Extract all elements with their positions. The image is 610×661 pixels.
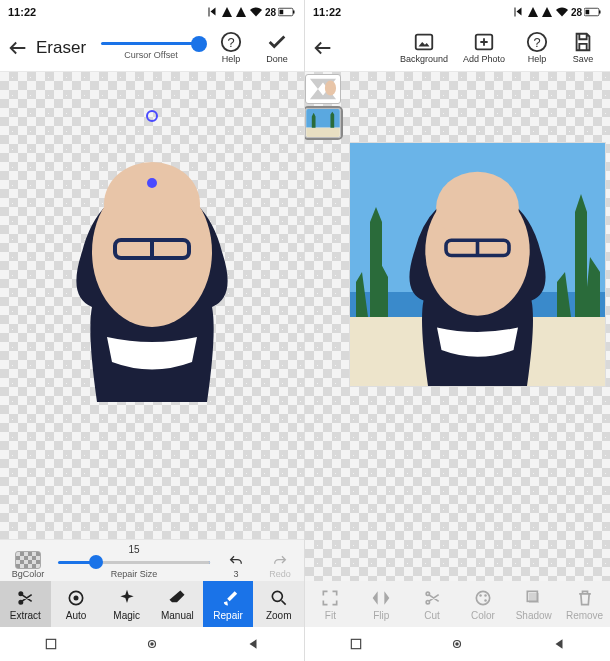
svg-point-34	[484, 594, 487, 597]
undo-icon	[227, 553, 245, 569]
done-button[interactable]: Done	[256, 31, 298, 64]
add-photo-button[interactable]: Add Photo	[456, 31, 512, 64]
brush-icon	[218, 588, 238, 608]
target-icon	[66, 588, 86, 608]
zoom-icon	[269, 588, 289, 608]
nav-back[interactable]	[550, 635, 568, 653]
back-arrow-icon[interactable]	[6, 37, 30, 59]
left-screen: 11:22 28 Eraser Cursor Offset ?	[0, 0, 305, 661]
shadow-icon	[524, 588, 544, 608]
help-icon: ?	[526, 31, 548, 53]
color-icon	[473, 588, 493, 608]
cursor-offset-ring	[146, 110, 158, 122]
nav-home[interactable]	[448, 635, 466, 653]
tab-repair[interactable]: Repair	[203, 581, 254, 627]
help-icon: ?	[220, 31, 242, 53]
trash-icon	[575, 588, 595, 608]
svg-rect-17	[586, 10, 590, 15]
status-time: 11:22	[8, 6, 36, 18]
svg-point-22	[325, 81, 336, 96]
canvas[interactable]	[0, 72, 304, 539]
tab-zoom[interactable]: Zoom	[253, 581, 304, 627]
status-bar: 11:22 28	[305, 0, 610, 24]
tab-auto[interactable]: Auto	[51, 581, 102, 627]
top-toolbar: Background Add Photo ? Help Save	[305, 24, 610, 72]
repair-size-value: 15	[128, 544, 139, 555]
nav-recents[interactable]	[42, 635, 60, 653]
layer-thumb-subject[interactable]	[305, 74, 341, 104]
tab-cut[interactable]: Cut	[407, 581, 458, 627]
svg-point-32	[476, 591, 489, 604]
nav-back[interactable]	[244, 635, 262, 653]
composite-result	[349, 142, 606, 387]
undo-button[interactable]: 3	[218, 553, 254, 579]
svg-point-14	[150, 642, 154, 646]
fit-icon	[320, 588, 340, 608]
subject-cutout	[27, 132, 277, 412]
svg-point-10	[74, 595, 79, 600]
eraser-icon	[167, 588, 187, 608]
battery-text: 28	[571, 7, 582, 18]
repair-panel: BgColor 15 Repair Size 3 Redo	[0, 539, 304, 581]
svg-point-35	[484, 599, 487, 602]
tab-remove[interactable]: Remove	[559, 581, 610, 627]
help-button[interactable]: ? Help	[516, 31, 558, 64]
check-icon	[266, 31, 288, 53]
svg-rect-38	[351, 639, 360, 648]
background-button[interactable]: Background	[396, 31, 452, 64]
bottom-tabs: Extract Auto Magic Manual Repair Zoom	[0, 581, 304, 627]
svg-point-40	[456, 642, 460, 646]
svg-rect-2	[280, 10, 284, 15]
bgcolor-swatch-icon	[15, 551, 41, 569]
svg-rect-1	[293, 11, 295, 14]
svg-rect-16	[599, 11, 601, 14]
scissors-icon	[15, 588, 35, 608]
bottom-tabs: Fit Flip Cut Color Shadow Remove	[305, 581, 610, 627]
android-nav-bar	[0, 627, 304, 661]
status-icons: 28	[513, 6, 602, 18]
svg-rect-24	[306, 128, 340, 137]
scissors-icon	[422, 588, 442, 608]
save-icon	[572, 31, 594, 53]
svg-rect-12	[46, 639, 55, 648]
tab-extract[interactable]: Extract	[0, 581, 51, 627]
status-icons: 28	[207, 6, 296, 18]
page-title: Eraser	[36, 38, 86, 58]
android-nav-bar	[305, 627, 610, 661]
help-button[interactable]: ? Help	[210, 31, 252, 64]
tab-color[interactable]: Color	[457, 581, 508, 627]
svg-point-29	[436, 172, 519, 244]
cursor-offset-slider[interactable]: Cursor Offset	[96, 36, 206, 60]
status-time: 11:22	[313, 6, 341, 18]
repair-size-slider[interactable]: 15 Repair Size	[58, 544, 210, 579]
add-image-icon	[473, 31, 495, 53]
nav-recents[interactable]	[347, 635, 365, 653]
battery-text: 28	[265, 7, 276, 18]
nav-home[interactable]	[143, 635, 161, 653]
tab-shadow[interactable]: Shadow	[508, 581, 559, 627]
svg-point-33	[479, 594, 482, 597]
back-arrow-icon[interactable]	[311, 37, 335, 59]
svg-point-6	[104, 162, 200, 246]
tab-flip[interactable]: Flip	[356, 581, 407, 627]
canvas[interactable]	[305, 72, 610, 581]
svg-rect-18	[416, 35, 433, 50]
svg-point-11	[272, 591, 282, 601]
bgcolor-button[interactable]: BgColor	[6, 551, 50, 579]
svg-text:?: ?	[227, 35, 234, 50]
tab-fit[interactable]: Fit	[305, 581, 356, 627]
flip-icon	[371, 588, 391, 608]
layer-thumb-background[interactable]	[305, 108, 341, 138]
wand-icon	[117, 588, 137, 608]
layers-strip	[305, 72, 345, 581]
svg-rect-23	[306, 109, 340, 128]
image-icon	[413, 31, 435, 53]
tab-manual[interactable]: Manual	[152, 581, 203, 627]
status-bar: 11:22 28	[0, 0, 304, 24]
redo-button[interactable]: Redo	[262, 553, 298, 579]
redo-icon	[271, 553, 289, 569]
svg-text:?: ?	[533, 35, 540, 50]
right-screen: 11:22 28 Background Add Photo	[305, 0, 610, 661]
save-button[interactable]: Save	[562, 31, 604, 64]
tab-magic[interactable]: Magic	[101, 581, 152, 627]
